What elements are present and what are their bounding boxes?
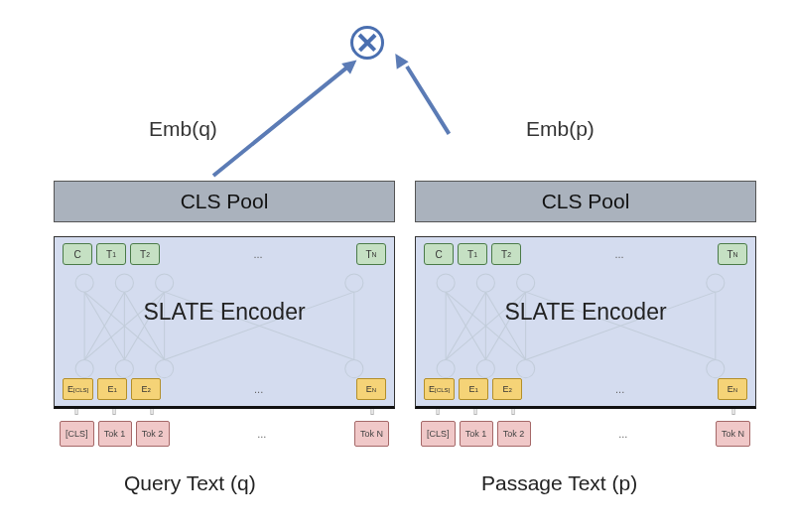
encoder-label: SLATE Encoder (55, 298, 394, 325)
output-token-t1: T1 (96, 243, 126, 265)
input-token-row: [CLS] Tok 1 Tok 2 ... Tok N (415, 421, 756, 447)
input-token-2: Tok 2 (497, 421, 531, 447)
emb-token-row: E[CLS] E1 E2 ... EN (424, 378, 747, 400)
svg-point-26 (517, 360, 535, 378)
svg-point-22 (517, 274, 535, 292)
svg-point-20 (437, 274, 455, 292)
output-token-tn: TN (718, 243, 747, 265)
input-token-n: Tok N (716, 421, 750, 447)
svg-point-25 (476, 360, 494, 378)
passage-caption: Passage Text (p) (481, 471, 637, 495)
output-token-row: C T1 T2 ... TN (63, 243, 386, 265)
input-token-n: Tok N (354, 421, 389, 447)
emb-token-en: EN (356, 378, 386, 400)
emb-token-e2: E2 (492, 378, 522, 400)
emb-token-row: E[CLS] E1 E2 ... EN (63, 378, 386, 400)
dot-product-node (350, 26, 384, 60)
output-token-t1: T1 (458, 243, 487, 265)
emb-dots: ... (526, 383, 714, 395)
svg-point-23 (707, 274, 725, 292)
output-token-c: C (424, 243, 454, 265)
svg-point-6 (156, 360, 174, 378)
input-dots: ... (174, 428, 350, 440)
emb-token-en: EN (718, 378, 747, 400)
network-lines-icon (65, 271, 384, 381)
input-token-1: Tok 1 (98, 421, 132, 447)
input-dots: ... (535, 428, 712, 440)
emb-token-cls: E[CLS] (63, 378, 93, 400)
cls-pool-box: CLS Pool (415, 181, 756, 222)
svg-point-4 (75, 360, 93, 378)
query-panel: CLS Pool C T1 T2 ... TN SLATE Encoder E[… (54, 181, 395, 447)
input-token-cls: [CLS] (60, 421, 94, 447)
svg-point-1 (115, 274, 133, 292)
svg-point-5 (115, 360, 133, 378)
output-token-t2: T2 (491, 243, 521, 265)
input-token-row: [CLS] Tok 1 Tok 2 ... Tok N (54, 421, 395, 447)
slate-encoder-box: C T1 T2 ... TN SLATE Encoder E[CLS] E1 E… (415, 236, 756, 409)
query-caption: Query Text (q) (124, 471, 256, 495)
emb-token-e1: E1 (97, 378, 127, 400)
emb-p-label: Emb(p) (526, 117, 595, 141)
cls-pool-box: CLS Pool (54, 181, 395, 222)
output-token-tn: TN (356, 243, 386, 265)
svg-point-7 (345, 360, 363, 378)
passage-panel: CLS Pool C T1 T2 ... TN SLATE Encoder E[… (415, 181, 756, 447)
output-token-row: C T1 T2 ... TN (424, 243, 747, 265)
emb-token-e1: E1 (459, 378, 488, 400)
network-lines-icon (426, 271, 745, 381)
svg-point-21 (476, 274, 494, 292)
output-dots: ... (164, 248, 352, 260)
input-token-cls: [CLS] (421, 421, 456, 447)
emb-token-cls: E[CLS] (424, 378, 455, 400)
svg-point-2 (156, 274, 174, 292)
emb-token-e2: E2 (131, 378, 161, 400)
svg-point-3 (345, 274, 363, 292)
input-token-1: Tok 1 (460, 421, 493, 447)
svg-point-0 (75, 274, 93, 292)
input-token-2: Tok 2 (136, 421, 170, 447)
emb-q-label: Emb(q) (149, 117, 217, 141)
arrow-emb-q (212, 65, 350, 177)
svg-point-27 (707, 360, 725, 378)
slate-encoder-box: C T1 T2 ... TN SLATE Encoder E[CLS] E1 E… (54, 236, 395, 409)
output-dots: ... (525, 248, 714, 260)
encoder-label: SLATE Encoder (416, 298, 755, 325)
emb-dots: ... (165, 383, 352, 395)
arrow-emb-p (405, 66, 451, 135)
output-token-t2: T2 (130, 243, 160, 265)
svg-point-24 (437, 360, 455, 378)
output-token-c: C (63, 243, 92, 265)
